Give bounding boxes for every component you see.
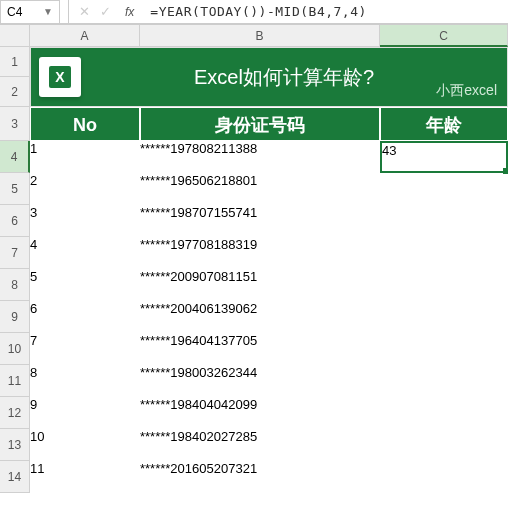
cell-id[interactable]: ******196404137705 (140, 333, 380, 365)
row-header[interactable]: 4 (0, 141, 30, 173)
row-header[interactable]: 13 (0, 429, 30, 461)
row-header[interactable]: 12 (0, 397, 30, 429)
table-header-id[interactable]: 身份证号码 (140, 107, 380, 141)
cell-id[interactable]: ******198003262344 (140, 365, 380, 397)
spreadsheet-grid: A B C 1 X Excel如何计算年龄? 小西excel 2 3 No 身份… (0, 24, 508, 493)
chevron-down-icon[interactable]: ▼ (43, 6, 53, 17)
cell-age[interactable] (380, 397, 508, 429)
row-header[interactable]: 1 (0, 47, 30, 77)
cell-id[interactable]: ******197708188319 (140, 237, 380, 269)
cell-no[interactable]: 7 (30, 333, 140, 365)
cell-id[interactable]: ******198402027285 (140, 429, 380, 461)
col-header-c[interactable]: C (380, 25, 508, 47)
select-all-corner[interactable] (0, 25, 30, 47)
formula-icons: ✕ ✓ fx (73, 4, 150, 19)
row-header[interactable]: 8 (0, 269, 30, 301)
divider (68, 0, 69, 24)
row-header[interactable]: 2 (0, 77, 30, 107)
row-header[interactable]: 14 (0, 461, 30, 493)
cell-no[interactable]: 5 (30, 269, 140, 301)
cell-no[interactable]: 4 (30, 237, 140, 269)
cell-age[interactable] (380, 269, 508, 301)
cell-id[interactable]: ******198707155741 (140, 205, 380, 237)
formula-input[interactable]: =YEAR(TODAY())-MID(B4,7,4) (150, 4, 367, 19)
cell-age[interactable] (380, 237, 508, 269)
cell-id[interactable]: ******201605207321 (140, 461, 380, 493)
fx-icon[interactable]: fx (125, 5, 134, 19)
cell-age[interactable] (380, 173, 508, 205)
cell-age[interactable] (380, 205, 508, 237)
accept-icon[interactable]: ✓ (100, 4, 111, 19)
formula-bar: C4 ▼ ✕ ✓ fx =YEAR(TODAY())-MID(B4,7,4) (0, 0, 508, 24)
cell-id[interactable]: ******200406139062 (140, 301, 380, 333)
cell-age[interactable] (380, 429, 508, 461)
cancel-icon[interactable]: ✕ (79, 4, 90, 19)
cell-no[interactable]: 10 (30, 429, 140, 461)
cell-id[interactable]: ******197808211388 (140, 141, 380, 173)
table-header-age[interactable]: 年龄 (380, 107, 508, 141)
cell-no[interactable]: 8 (30, 365, 140, 397)
cell-no[interactable]: 11 (30, 461, 140, 493)
name-box-value: C4 (7, 5, 22, 19)
col-header-a[interactable]: A (30, 25, 140, 47)
title-banner: X Excel如何计算年龄? 小西excel (30, 47, 508, 107)
cell-no[interactable]: 1 (30, 141, 140, 173)
row-header[interactable]: 10 (0, 333, 30, 365)
subtitle: 小西excel (436, 82, 497, 100)
col-header-b[interactable]: B (140, 25, 380, 47)
cell-age[interactable] (380, 333, 508, 365)
cell-no[interactable]: 2 (30, 173, 140, 205)
table-header-no[interactable]: No (30, 107, 140, 141)
cell-no[interactable]: 9 (30, 397, 140, 429)
row-header[interactable]: 11 (0, 365, 30, 397)
cell-no[interactable]: 6 (30, 301, 140, 333)
cell-id[interactable]: ******196506218801 (140, 173, 380, 205)
row-header[interactable]: 5 (0, 173, 30, 205)
row-header[interactable]: 9 (0, 301, 30, 333)
cell-age[interactable] (380, 365, 508, 397)
cell-age[interactable] (380, 301, 508, 333)
row-header[interactable]: 7 (0, 237, 30, 269)
cell-age[interactable] (380, 461, 508, 493)
cell-age[interactable]: 43 (380, 141, 508, 173)
row-header[interactable]: 6 (0, 205, 30, 237)
name-box[interactable]: C4 ▼ (0, 0, 60, 24)
cell-no[interactable]: 3 (30, 205, 140, 237)
cell-id[interactable]: ******200907081151 (140, 269, 380, 301)
cell-id[interactable]: ******198404042099 (140, 397, 380, 429)
row-header[interactable]: 3 (0, 107, 30, 141)
